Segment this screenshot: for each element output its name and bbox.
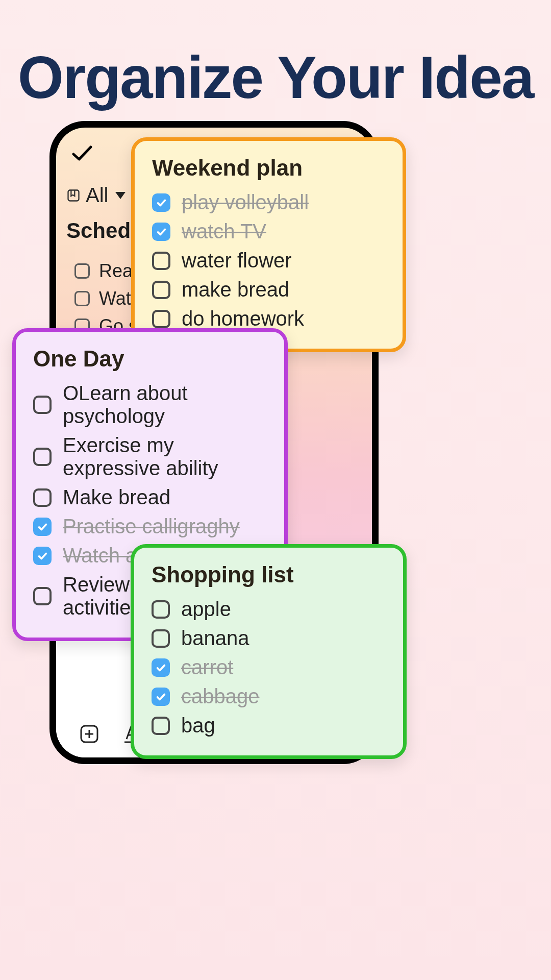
list-item[interactable]: Exercise my expressive ability <box>33 431 267 483</box>
list-item[interactable]: cabbage <box>152 682 386 711</box>
checkbox-icon[interactable] <box>152 193 170 212</box>
checkbox-icon[interactable] <box>74 263 90 279</box>
checkbox-icon[interactable] <box>33 396 52 414</box>
checkbox-icon[interactable] <box>33 587 52 605</box>
checkbox-icon[interactable] <box>152 310 170 328</box>
add-icon[interactable] <box>79 724 99 744</box>
list-item[interactable]: water flower <box>152 246 385 275</box>
todo-list: applebananacarrotcabbagebag <box>152 595 386 740</box>
list-item-label: Practise calligraghy <box>63 515 240 538</box>
checkbox-icon[interactable] <box>152 223 170 241</box>
list-item[interactable]: make bread <box>152 275 385 304</box>
checkbox-icon[interactable] <box>33 547 52 565</box>
list-item-label: watch TV <box>182 220 266 243</box>
list-item-label: Make bread <box>63 486 170 509</box>
checkbox-icon[interactable] <box>152 281 170 299</box>
list-item[interactable]: banana <box>152 624 386 653</box>
card-shopping-list[interactable]: Shopping list applebananacarrotcabbageba… <box>131 544 407 759</box>
todo-list: play volleyballwatch TVwater flowermake … <box>152 188 385 333</box>
checkbox-icon[interactable] <box>152 629 170 648</box>
list-item-label: cabbage <box>181 685 259 708</box>
list-item[interactable]: Make bread <box>33 483 267 512</box>
list-item[interactable]: OLearn about psychology <box>33 379 267 431</box>
list-item-label: apple <box>181 598 231 621</box>
list-item[interactable]: bag <box>152 711 386 740</box>
list-item-label: Exercise my expressive ability <box>63 434 267 480</box>
checkbox-icon[interactable] <box>74 291 90 306</box>
checkbox-icon[interactable] <box>152 600 170 619</box>
card-weekend-plan[interactable]: Weekend plan play volleyballwatch TVwate… <box>131 137 406 352</box>
checkbox-icon[interactable] <box>152 658 170 677</box>
card-title: One Day <box>33 346 267 372</box>
list-item-label: bag <box>181 714 215 737</box>
card-title: Shopping list <box>152 562 386 587</box>
list-item-label: OLearn about psychology <box>63 382 267 428</box>
list-item-label: water flower <box>182 249 292 272</box>
list-item[interactable]: apple <box>152 595 386 624</box>
list-item-label: banana <box>181 627 249 650</box>
bookmark-icon <box>66 188 81 203</box>
card-title: Weekend plan <box>152 155 385 181</box>
checkbox-icon[interactable] <box>152 717 170 735</box>
chevron-down-icon <box>115 192 126 199</box>
headline: Organize Your Idea <box>0 43 551 112</box>
checkbox-icon[interactable] <box>152 252 170 270</box>
checkmark-icon[interactable] <box>70 142 93 164</box>
checkbox-icon[interactable] <box>33 488 52 507</box>
list-item-label: play volleyball <box>182 191 309 214</box>
filter-label: All <box>86 184 108 207</box>
list-item[interactable]: Practise calligraghy <box>33 512 267 541</box>
checkbox-icon[interactable] <box>33 448 52 466</box>
list-item-label: do homework <box>182 307 304 330</box>
list-item[interactable]: play volleyball <box>152 188 385 217</box>
checkbox-icon[interactable] <box>33 518 52 536</box>
list-item[interactable]: carrot <box>152 653 386 682</box>
list-item-label: make bread <box>182 278 289 301</box>
checkbox-icon[interactable] <box>152 688 170 706</box>
list-item-label: carrot <box>181 656 233 679</box>
list-item[interactable]: watch TV <box>152 217 385 246</box>
filter-dropdown[interactable]: All <box>66 184 126 207</box>
